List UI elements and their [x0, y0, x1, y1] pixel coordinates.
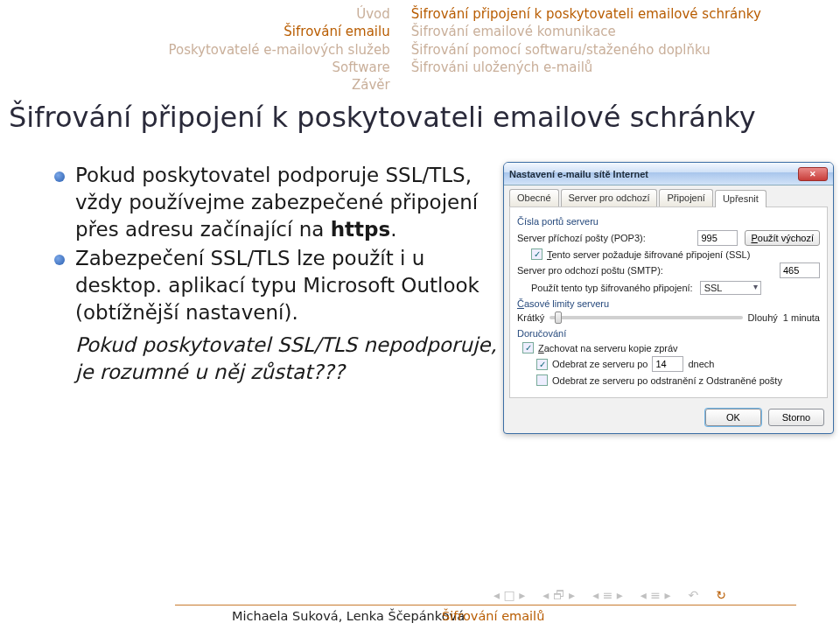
nav-next-icon[interactable]: ◂ ≡ ▸	[640, 588, 671, 602]
bullet-note: Pokud poskytovatel SSL/TLS nepodporuje, …	[52, 332, 503, 386]
row-pop3: Server příchozí pošty (POP3): Použít výc…	[517, 230, 820, 246]
timeout-slider[interactable]	[550, 316, 742, 319]
bullet-1-strong: https	[331, 218, 391, 241]
nav-prev-icon[interactable]: ◂ 🗗 ▸	[542, 588, 575, 602]
timeout-short: Krátký	[517, 312, 544, 323]
group-ports: Čísla portů serveru	[517, 216, 820, 227]
settings-dialog: Nastavení e-mailu sítě Internet ✕ Obecné…	[503, 162, 834, 434]
footer-authors: Michaela Suková, Lenka Ščepánková	[232, 609, 465, 623]
nav-right: Šifrování připojení k poskytovateli emai…	[401, 0, 840, 92]
timeout-long: Dlouhý	[748, 312, 778, 323]
dialog-column: Nastavení e-mailu sítě Internet ✕ Obecné…	[503, 162, 840, 434]
slide-title: Šifrování připojení k poskytovateli emai…	[9, 101, 756, 134]
ssl-incoming-label: Tento server požaduje šifrované připojen…	[547, 249, 750, 260]
beamer-nav: ◂ □ ▸ ◂ 🗗 ▸ ◂ ≡ ▸ ◂ ≡ ▸ ↶ ↻	[494, 588, 726, 602]
timeout-value: 1 minuta	[783, 312, 820, 323]
row-timeout: Krátký Dlouhý 1 minuta	[517, 312, 820, 323]
bullet-2: Zabezpečení SSL/TLS lze použít i u deskt…	[52, 245, 503, 326]
row-ssl-incoming: ✓ Tento server požaduje šifrované připoj…	[517, 248, 820, 260]
nav-item[interactable]: Software	[0, 59, 390, 76]
slider-thumb[interactable]	[555, 312, 562, 324]
checkbox-keep-copy[interactable]: ✓	[522, 342, 534, 354]
subnav-item-active[interactable]: Šifrování připojení k poskytovateli emai…	[411, 5, 840, 23]
bullet-2-text: Zabezpečení SSL/TLS lze použít i u deskt…	[75, 247, 480, 324]
dialog-tabs: Obecné Server pro odchozí Připojení Upře…	[504, 186, 833, 206]
enc-type-select[interactable]: SSL	[700, 281, 761, 295]
close-icon[interactable]: ✕	[798, 167, 828, 181]
slide-body: Pokud poskytovatel podporuje SSL/TLS, vž…	[0, 162, 840, 434]
footer-separator	[175, 605, 796, 606]
subnav-item[interactable]: Šifrování pomocí softwaru/staženého dopl…	[411, 41, 840, 59]
footer-topic: Šifrování emailů	[442, 609, 544, 623]
pop3-input[interactable]	[697, 230, 738, 246]
checkbox-remove-deleted[interactable]: ✓	[536, 374, 548, 386]
remove-after-label: Odebrat ze serveru po	[552, 359, 648, 369]
days-input[interactable]	[652, 356, 683, 372]
nav-back-icon[interactable]: ◂ ≡ ▸	[592, 588, 623, 602]
group-delivery: Doručování	[517, 328, 820, 339]
bullet-1-tail: .	[390, 218, 396, 241]
nav-left: Úvod Šifrování emailu Poskytovatelé e-ma…	[0, 0, 401, 92]
use-default-button[interactable]: Použít výchozí	[745, 230, 820, 246]
dialog-buttons: OK Storno	[504, 403, 833, 433]
dialog-title: Nastavení e-mailu sítě Internet	[509, 169, 648, 179]
smtp-label: Server pro odchozí poštu (SMTP):	[517, 265, 780, 276]
dialog-titlebar[interactable]: Nastavení e-mailu sítě Internet ✕	[504, 163, 833, 186]
smtp-input[interactable]	[780, 262, 820, 278]
nav-undo-icon[interactable]: ↶	[689, 588, 699, 602]
subnav-item[interactable]: Šifrování emailové komunikace	[411, 23, 840, 40]
slide-header: Úvod Šifrování emailu Poskytovatelé e-ma…	[0, 0, 840, 92]
row-remove-deleted: ✓ Odebrat ze serveru po odstranění z Ods…	[517, 374, 820, 386]
bullet-1-text: Pokud poskytovatel podporuje SSL/TLS, vž…	[75, 164, 478, 241]
tab-outgoing[interactable]: Server pro odchozí	[561, 189, 658, 206]
keep-copy-label: Zachovat na serveru kopie zpráv	[538, 343, 678, 354]
subnav-item[interactable]: Šifrováni uložených e-mailů	[411, 59, 840, 76]
slide-footer: ◂ □ ▸ ◂ 🗗 ▸ ◂ ≡ ▸ ◂ ≡ ▸ ↶ ↻ Michaela Suk…	[0, 588, 840, 625]
nav-first-icon[interactable]: ◂ □ ▸	[494, 588, 525, 602]
group-timeout: Časové limity serveru	[517, 298, 820, 309]
nav-item[interactable]: Závěr	[0, 76, 390, 94]
tab-connection[interactable]: Připojení	[659, 189, 712, 206]
cancel-button[interactable]: Storno	[768, 409, 824, 426]
row-remove-after: ✓ Odebrat ze serveru po dnech	[517, 356, 820, 372]
ok-button[interactable]: OK	[705, 409, 761, 426]
checkbox-ssl-incoming[interactable]: ✓	[531, 248, 542, 260]
nav-loop-icon[interactable]: ↻	[716, 588, 726, 602]
row-encryption-type: Použít tento typ šifrovaného připojení: …	[517, 281, 820, 295]
enc-type-label: Použít tento typ šifrovaného připojení:	[531, 283, 693, 293]
dialog-body: Čísla portů serveru Server příchozí pošt…	[509, 206, 828, 398]
pop3-label: Server příchozí pošty (POP3):	[517, 233, 697, 243]
row-smtp: Server pro odchozí poštu (SMTP):	[517, 262, 820, 278]
nav-item[interactable]: Úvod	[0, 5, 390, 23]
tab-advanced[interactable]: Upřesnit	[715, 190, 766, 207]
tab-general[interactable]: Obecné	[509, 189, 559, 206]
bullet-1: Pokud poskytovatel podporuje SSL/TLS, vž…	[52, 162, 503, 243]
row-keep-copy: ✓ Zachovat na serveru kopie zpráv	[517, 342, 820, 354]
days-label: dnech	[688, 359, 714, 369]
remove-deleted-label: Odebrat ze serveru po odstranění z Odstr…	[552, 375, 782, 386]
nav-item-active[interactable]: Šifrování emailu	[0, 23, 390, 40]
nav-item[interactable]: Poskytovatelé e-mailových služeb	[0, 41, 390, 59]
checkbox-remove-after[interactable]: ✓	[536, 359, 548, 370]
bullet-list: Pokud poskytovatel podporuje SSL/TLS, vž…	[0, 162, 503, 386]
